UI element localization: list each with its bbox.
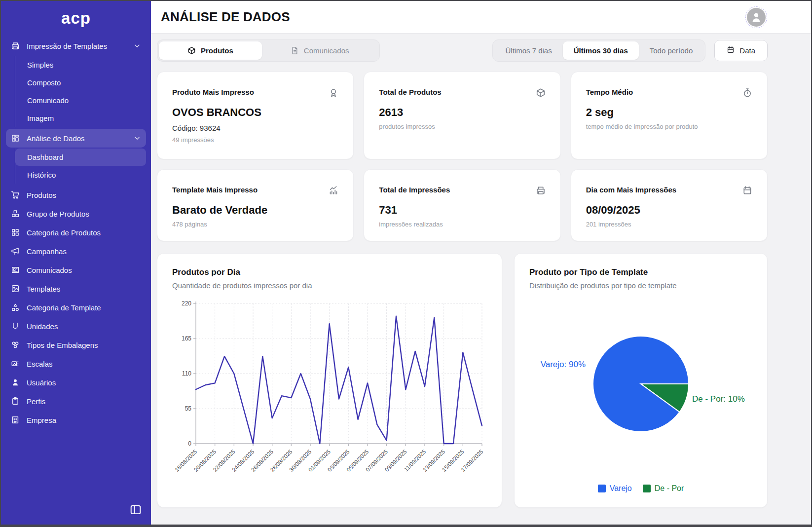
person-icon bbox=[750, 11, 763, 24]
sidebar-item-11[interactable]: Perfis bbox=[6, 392, 146, 411]
pie-graphic bbox=[591, 334, 691, 436]
page-title: ANÁLISE DE DADOS bbox=[161, 9, 290, 25]
tab-produtos[interactable]: Produtos bbox=[159, 41, 262, 60]
pie-legend: VarejoDe - Por bbox=[529, 484, 752, 493]
sidebar-item-label: Campanhas bbox=[27, 247, 141, 256]
stat-value: 2613 bbox=[379, 106, 545, 119]
sidebar-item-composto[interactable]: Composto bbox=[15, 74, 146, 91]
sidebar-item-7[interactable]: Unidades bbox=[6, 317, 146, 336]
stat-sub: Código: 93624 bbox=[172, 124, 338, 132]
stat-note: produtos impressos bbox=[379, 123, 545, 130]
user-avatar[interactable] bbox=[747, 8, 766, 27]
sidebar-item-3[interactable]: Campanhas bbox=[6, 242, 146, 261]
chart-icon bbox=[329, 186, 338, 195]
stat-title: Template Mais Impresso bbox=[172, 186, 258, 194]
unit-icon bbox=[11, 322, 20, 331]
stat-card-0: Produto Mais ImpressoOVOS BRANCOSCódigo:… bbox=[157, 72, 354, 159]
segment-0[interactable]: Últimos 7 dias bbox=[494, 41, 562, 60]
stat-note: 49 impressões bbox=[172, 136, 338, 144]
pie-callout-depor: De - Por: 10% bbox=[692, 394, 745, 404]
sidebar-item-label: Categoria de Template bbox=[27, 303, 141, 312]
line-chart-subtitle: Quantidade de produtos impressos por dia bbox=[172, 281, 487, 290]
legend-swatch bbox=[598, 485, 606, 492]
sidebar-group-label: Análise de Dados bbox=[27, 134, 126, 143]
legend-item-0[interactable]: Varejo bbox=[598, 484, 632, 493]
stat-note: 201 impressões bbox=[586, 221, 752, 228]
stat-card-1: Total de Produtos2613produtos impressos bbox=[364, 72, 560, 159]
stat-card-3: Template Mais ImpressoBarato de Verdade4… bbox=[157, 169, 354, 241]
package-icon bbox=[536, 88, 546, 98]
tab-label: Produtos bbox=[201, 46, 233, 55]
line-chart-title: Produtos por Dia bbox=[172, 267, 487, 277]
sidebar-item-label: Produtos bbox=[27, 191, 141, 199]
panel-icon bbox=[130, 504, 142, 516]
date-picker-button[interactable]: Data bbox=[714, 40, 768, 61]
image-icon bbox=[11, 284, 20, 293]
pie-chart-card: Produto por Tipo de Template Distribuiçã… bbox=[514, 253, 768, 508]
user-icon bbox=[11, 378, 20, 387]
main-area: ANÁLISE DE DADOS ProdutosComunicados Últ… bbox=[151, 1, 811, 525]
sidebar-item-label: Perfis bbox=[27, 397, 141, 406]
sidebar-nav: Impressão de TemplatesSimplesCompostoCom… bbox=[1, 35, 151, 525]
stat-title: Produto Mais Impresso bbox=[172, 88, 254, 96]
printer-icon bbox=[11, 41, 20, 50]
window-frame: acp Impressão de TemplatesSimplesCompost… bbox=[0, 0, 812, 527]
sidebar-group-0[interactable]: Impressão de Templates bbox=[6, 37, 146, 55]
pie-chart-title: Produto por Tipo de Template bbox=[529, 267, 752, 277]
app: acp Impressão de TemplatesSimplesCompost… bbox=[1, 1, 811, 525]
pie-callout-varejo: Varejo: 90% bbox=[541, 360, 586, 370]
scale-icon bbox=[11, 359, 20, 368]
sidebar-item-0[interactable]: Produtos bbox=[6, 186, 146, 204]
sidebar-item-simples[interactable]: Simples bbox=[15, 56, 146, 74]
sidebar-item-label: Unidades bbox=[27, 322, 141, 331]
chevron-down-icon bbox=[133, 42, 141, 50]
sidebar-item-histórico[interactable]: Histórico bbox=[15, 166, 146, 184]
svg-text:165: 165 bbox=[182, 335, 191, 342]
sidebar-item-8[interactable]: Tipos de Embalagens bbox=[6, 336, 146, 354]
sidebar-item-4[interactable]: Comunicados bbox=[6, 261, 146, 279]
legend-label: De - Por bbox=[655, 484, 684, 493]
pie-chart-subtitle: Distribuição de produtos por tipo de tem… bbox=[529, 281, 752, 290]
charts-row: Produtos por Dia Quantidade de produtos … bbox=[157, 253, 768, 508]
svg-text:110: 110 bbox=[182, 370, 191, 377]
sidebar-item-10[interactable]: Usuários bbox=[6, 373, 146, 392]
timer-icon bbox=[742, 88, 752, 98]
sidebar-subgroup: SimplesCompostoComunicadoImagem bbox=[15, 56, 146, 127]
stat-card-2: Tempo Médio2 segtempo médio de impressão… bbox=[571, 72, 768, 159]
sidebar-item-dashboard[interactable]: Dashboard bbox=[15, 149, 146, 166]
chevron-down-icon bbox=[133, 134, 141, 142]
sidebar-item-6[interactable]: Categoria de Template bbox=[6, 298, 146, 317]
sidebar-item-comunicado[interactable]: Comunicado bbox=[15, 92, 146, 109]
sidebar-group-label: Impressão de Templates bbox=[27, 42, 126, 50]
segment-2[interactable]: Todo período bbox=[639, 41, 704, 60]
sidebar-item-12[interactable]: Empresa bbox=[6, 411, 146, 429]
stat-title: Total de Produtos bbox=[379, 88, 441, 96]
stat-card-5: Dia com Mais Impressões08/09/2025201 imp… bbox=[571, 169, 768, 241]
sidebar-item-imagem[interactable]: Imagem bbox=[15, 110, 146, 127]
package-icon bbox=[187, 46, 196, 55]
sidebar-item-2[interactable]: Categoria de Produtos bbox=[6, 223, 146, 242]
calendar-icon bbox=[727, 46, 735, 55]
sidebar-group-1[interactable]: Análise de Dados bbox=[6, 129, 146, 148]
sidebar-item-5[interactable]: Templates bbox=[6, 279, 146, 298]
calendar-icon bbox=[742, 186, 752, 195]
stat-title: Dia com Mais Impressões bbox=[586, 186, 676, 194]
award-icon bbox=[329, 88, 338, 98]
megaphone-icon bbox=[11, 247, 20, 256]
tab-comunicados[interactable]: Comunicados bbox=[262, 41, 378, 60]
stat-card-4: Total de Impressões731impressões realiza… bbox=[364, 169, 560, 241]
collapse-sidebar-button[interactable] bbox=[128, 503, 143, 518]
svg-text:55: 55 bbox=[185, 405, 192, 412]
line-chart: 05511016522018/08/202520/08/202522/08/20… bbox=[172, 290, 487, 491]
legend-swatch bbox=[643, 485, 651, 492]
sidebar-subgroup: DashboardHistórico bbox=[15, 149, 146, 184]
legend-item-1[interactable]: De - Por bbox=[643, 484, 684, 493]
sidebar-item-label: Categoria de Produtos bbox=[27, 228, 141, 237]
segment-1[interactable]: Últimos 30 dias bbox=[563, 41, 639, 60]
date-button-label: Data bbox=[739, 46, 755, 55]
stat-value: 2 seg bbox=[586, 106, 752, 119]
sidebar-item-9[interactable]: Escalas bbox=[6, 354, 146, 373]
sidebar-item-label: Comunicados bbox=[27, 266, 141, 274]
sidebar-item-1[interactable]: Grupo de Produtos bbox=[6, 204, 146, 223]
sidebar-item-label: Usuários bbox=[27, 378, 141, 387]
